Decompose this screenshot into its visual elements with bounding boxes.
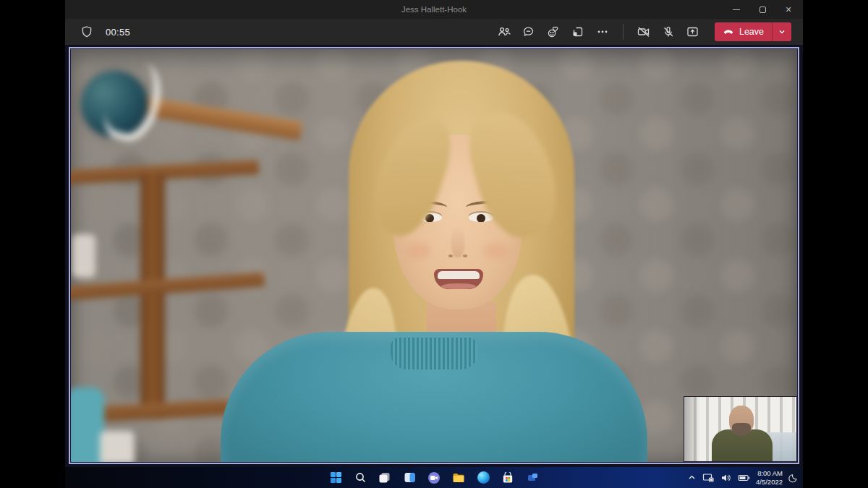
meeting-info: 00:55 — [77, 22, 130, 42]
active-speaker-frame — [69, 47, 799, 464]
search-button[interactable] — [353, 471, 367, 485]
network-display-icon — [702, 473, 715, 483]
battery-icon — [738, 474, 750, 482]
teal-sweater — [221, 332, 647, 462]
window-controls: ✕ — [723, 0, 801, 19]
task-view-button[interactable] — [378, 471, 392, 485]
teams-app-icon — [527, 472, 539, 483]
chat-button[interactable] — [519, 22, 539, 42]
toolbar-divider — [623, 24, 624, 40]
self-view-video[interactable] — [684, 396, 797, 462]
windows-start-icon — [330, 471, 342, 484]
edge-icon — [477, 471, 490, 484]
leave-options-button[interactable] — [773, 22, 791, 41]
microsoft-store-button[interactable] — [501, 471, 515, 485]
more-options-button[interactable] — [592, 22, 613, 42]
desktop-screen: Jess Hallett-Hook ✕ 00:55 — [65, 0, 803, 488]
shield-icon — [77, 22, 97, 42]
cheek-right — [483, 243, 508, 259]
window-title: Jess Hallett-Hook — [65, 0, 803, 19]
hangup-phone-icon — [723, 27, 734, 37]
teams-chat-button[interactable] — [427, 471, 441, 485]
maximize-icon — [760, 7, 766, 13]
hidden-icons-button[interactable] — [687, 474, 697, 481]
remote-video — [71, 49, 797, 462]
widgets-button[interactable] — [402, 471, 417, 485]
clock-time: 8:00 AM — [756, 469, 783, 477]
minimize-icon — [733, 9, 740, 10]
teeth — [438, 271, 480, 279]
leave-button[interactable]: Leave — [715, 22, 791, 41]
meeting-toolbar: 00:55 — [65, 19, 803, 45]
close-icon: ✕ — [785, 5, 791, 14]
chevron-down-icon — [778, 27, 786, 36]
taskbar-clock[interactable]: 8:00 AM 4/5/2022 — [756, 469, 783, 486]
widgets-icon — [404, 471, 416, 484]
participants-button[interactable] — [494, 22, 514, 42]
nostril-right — [463, 254, 467, 257]
file-explorer-button[interactable] — [451, 471, 466, 485]
night-mode-indicator[interactable] — [788, 473, 799, 483]
cheek-left — [407, 243, 431, 259]
leave-button-label: Leave — [739, 27, 764, 37]
speaker-icon — [720, 473, 732, 483]
smiling-mouth — [434, 269, 483, 289]
meeting-controls: Leave — [494, 22, 791, 42]
edge-button[interactable] — [476, 471, 490, 485]
share-screen-button[interactable] — [683, 22, 703, 42]
nostril-left — [448, 254, 453, 257]
meeting-stage — [65, 45, 803, 467]
chevron-up-icon — [687, 474, 697, 481]
windows-taskbar: 8:00 AM 4/5/2022 — [65, 467, 803, 488]
mic-off-button[interactable] — [658, 22, 678, 42]
task-view-icon — [378, 471, 391, 484]
clock-date: 4/5/2022 — [756, 478, 783, 486]
window-titlebar: Jess Hallett-Hook ✕ — [65, 0, 803, 19]
self-view-beard — [732, 423, 751, 436]
volume-button[interactable] — [720, 473, 732, 483]
system-tray: 8:00 AM 4/5/2022 — [687, 467, 799, 488]
network-button[interactable] — [702, 473, 715, 483]
teams-chat-icon — [427, 471, 441, 484]
microsoft-store-icon — [502, 472, 514, 484]
nose-shadow — [451, 227, 464, 257]
search-icon — [354, 471, 367, 484]
reactions-button[interactable] — [543, 22, 563, 42]
iris-right — [477, 214, 485, 222]
battery-button[interactable] — [738, 474, 750, 482]
taskbar-app-icons — [328, 467, 540, 488]
start-button[interactable] — [328, 471, 343, 485]
maximize-button[interactable] — [749, 0, 775, 19]
minimize-button[interactable] — [723, 0, 749, 19]
file-explorer-icon — [452, 472, 465, 484]
sweater-collar — [391, 338, 477, 369]
teams-app-button[interactable] — [525, 471, 540, 485]
meeting-timer: 00:55 — [106, 27, 130, 38]
lower-lip — [441, 283, 476, 289]
moon-icon — [788, 473, 799, 483]
leave-button-main[interactable]: Leave — [715, 22, 772, 41]
camera-off-button[interactable] — [634, 22, 654, 42]
close-button[interactable]: ✕ — [775, 0, 801, 19]
breakout-rooms-button[interactable] — [568, 22, 588, 42]
